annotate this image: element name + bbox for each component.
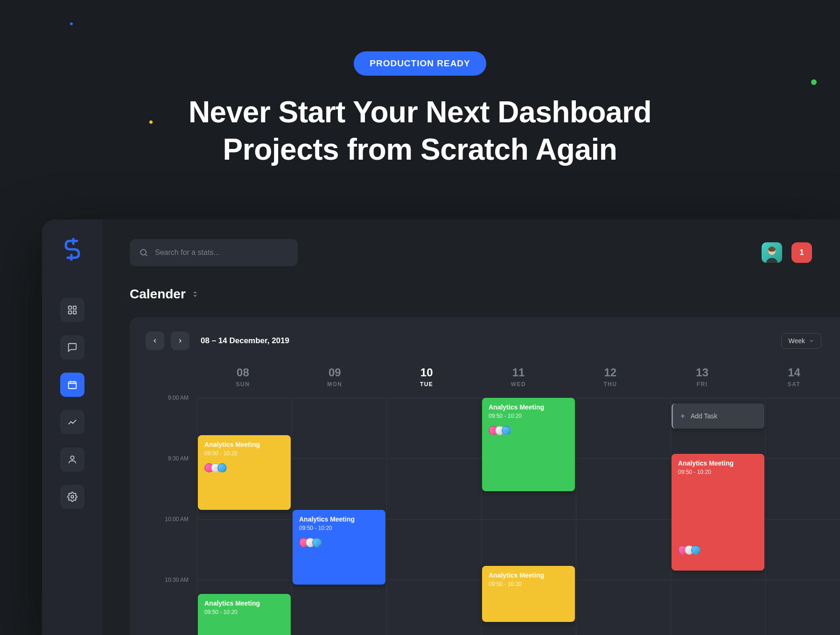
search-input[interactable] <box>155 248 288 257</box>
date-range-label: 08 – 14 December, 2019 <box>201 336 289 346</box>
decorative-dot <box>811 79 817 85</box>
app-window: 1 Calender 08 – 14 December, 2019 Week <box>42 219 840 635</box>
nav-analytics[interactable] <box>60 410 84 434</box>
calendar-grid: 08SUN 09MON 10TUE 11WED 12THU 13FRI 14SA… <box>146 366 840 635</box>
app-logo-icon <box>63 238 82 261</box>
day-header-mon[interactable]: 09MON <box>289 366 381 398</box>
time-label: 10:30 AM <box>146 577 197 583</box>
nav-chat[interactable] <box>60 335 84 360</box>
day-header-fri[interactable]: 13FRI <box>656 366 748 398</box>
event-time: 09:50 - 10:20 <box>678 469 758 475</box>
main-content: 1 Calender 08 – 14 December, 2019 Week <box>103 219 840 635</box>
event-time: 09:50 - 10:20 <box>204 450 284 457</box>
hero-title: Never Start Your Next Dashboard Projects… <box>0 93 840 168</box>
search-box[interactable] <box>130 239 298 266</box>
svg-rect-3 <box>73 311 76 314</box>
day-header-wed[interactable]: 11WED <box>473 366 565 398</box>
day-header-thu[interactable]: 12THU <box>564 366 656 398</box>
calendar-event[interactable]: Analytics Meeting 09:50 - 10:20 <box>482 566 575 622</box>
day-header-sat[interactable]: 14SAT <box>748 366 840 398</box>
svg-rect-1 <box>73 306 76 309</box>
event-title: Analytics Meeting <box>299 515 379 523</box>
svg-rect-4 <box>69 382 77 389</box>
calendar-panel: 08 – 14 December, 2019 Week 08SUN 09MON … <box>130 318 840 635</box>
event-title: Analytics Meeting <box>204 600 284 607</box>
event-participants <box>204 463 284 473</box>
event-time: 09:50 - 10:20 <box>299 525 379 531</box>
calendar-event[interactable]: Analytics Meeting 09:50 - 10:20 <box>198 594 291 635</box>
event-time: 09:50 - 10:20 <box>489 413 568 419</box>
event-title: Analytics Meeting <box>489 572 568 579</box>
add-task-label: Add Task <box>691 412 717 420</box>
panel-header: 08 – 14 December, 2019 Week <box>146 332 840 350</box>
svg-point-6 <box>71 495 74 498</box>
search-icon <box>139 248 148 257</box>
calendar-event[interactable]: Analytics Meeting 09:50 - 10:20 <box>293 510 385 585</box>
plus-icon <box>679 413 686 419</box>
decorative-dot <box>70 22 73 25</box>
svg-rect-0 <box>69 306 71 309</box>
nav-profile[interactable] <box>60 447 84 472</box>
calendar-event[interactable]: Analytics Meeting 09:50 - 10:20 <box>672 454 764 571</box>
calendar-event[interactable]: Analytics Meeting 09:50 - 10:20 <box>198 435 291 510</box>
next-week-button[interactable] <box>171 332 189 350</box>
day-header-tue[interactable]: 10TUE <box>381 366 473 398</box>
sort-icon <box>191 290 199 298</box>
event-participants <box>299 538 379 547</box>
hero-title-line1: Never Start Your Next Dashboard <box>189 95 651 129</box>
day-header-sun[interactable]: 08SUN <box>197 366 289 398</box>
event-participants <box>489 426 568 435</box>
nav-dashboard[interactable] <box>60 298 84 322</box>
nav-calendar[interactable] <box>60 373 84 397</box>
event-participants <box>678 545 758 555</box>
hero-title-line2: Projects from Scratch Again <box>223 133 617 166</box>
view-select-label: Week <box>788 337 805 345</box>
svg-point-5 <box>70 456 74 459</box>
svg-point-7 <box>140 249 146 255</box>
topbar: 1 <box>130 239 840 266</box>
production-ready-badge: PRODUCTION READY <box>354 51 486 76</box>
user-avatar[interactable] <box>762 242 782 263</box>
calendar-body: 9:00 AM 9:30 AM 10:00 AM 10:30 AM Analyt… <box>146 398 840 635</box>
hero-section: PRODUCTION READY Never Start Your Next D… <box>0 0 840 168</box>
sidebar <box>42 219 103 635</box>
time-label: 9:30 AM <box>146 455 197 462</box>
page-title-row[interactable]: Calender <box>130 287 840 302</box>
prev-week-button[interactable] <box>146 332 164 350</box>
page-title: Calender <box>130 287 186 302</box>
event-time: 09:50 - 10:20 <box>489 581 568 587</box>
chevron-down-icon <box>809 338 814 344</box>
event-title: Analytics Meeting <box>204 441 284 448</box>
add-task-slot[interactable]: Add Task <box>672 403 764 429</box>
time-label: 10:00 AM <box>146 516 197 522</box>
event-title: Analytics Meeting <box>489 403 568 411</box>
svg-rect-2 <box>69 311 71 314</box>
event-time: 09:50 - 10:20 <box>204 609 284 615</box>
decorative-dot <box>149 120 153 124</box>
event-title: Analytics Meeting <box>678 459 758 467</box>
nav-settings[interactable] <box>60 485 84 509</box>
calendar-event[interactable]: Analytics Meeting 09:50 - 10:20 <box>482 398 575 491</box>
time-label: 9:00 AM <box>146 395 197 401</box>
view-select[interactable]: Week <box>781 333 821 349</box>
notification-badge[interactable]: 1 <box>791 242 812 263</box>
